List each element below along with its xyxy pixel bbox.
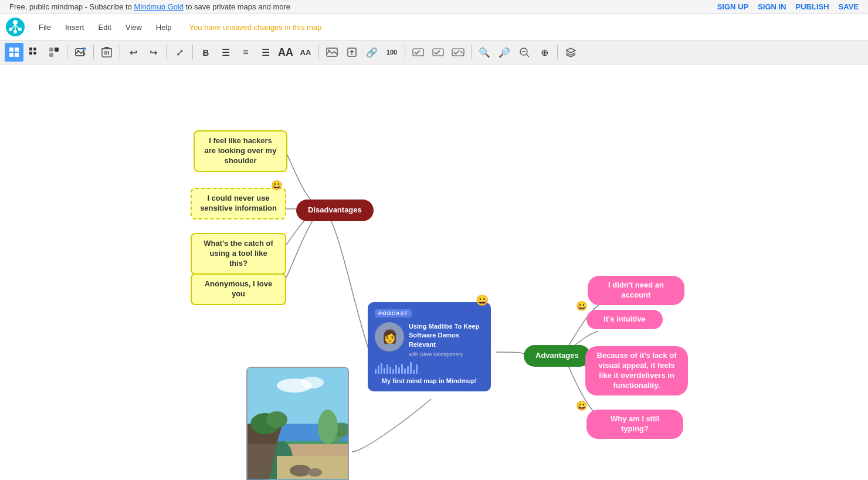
svg-rect-13 xyxy=(33,48,36,50)
emoji-podcast: 😀 xyxy=(476,294,489,307)
svg-rect-8 xyxy=(9,48,13,52)
menu-insert[interactable]: Insert xyxy=(59,21,90,34)
toolbar: + ↩ ↪ ⤢ B ☰ ≡ ☰ AA AA 🔗 100 🔍 🔎 ⊕ xyxy=(0,40,868,65)
podcast-badge: PODCAST xyxy=(375,309,412,317)
save-button[interactable]: SAVE xyxy=(839,2,859,11)
podcast-caption: My first mind map in Mindmup! xyxy=(375,377,484,384)
search-btn[interactable]: 🔍 xyxy=(475,43,494,62)
layout-btn-1[interactable] xyxy=(5,43,23,62)
mindmup-gold-link[interactable]: Mindmup Gold xyxy=(134,2,184,11)
svg-point-47 xyxy=(266,411,287,428)
sep-1 xyxy=(67,45,67,59)
podcast-card[interactable]: 😀 PODCAST 👩 Using Madlibs To Keep Softwa… xyxy=(368,302,491,391)
svg-rect-9 xyxy=(15,48,19,52)
svg-rect-18 xyxy=(49,53,53,57)
sign-up-button[interactable]: SIGN UP xyxy=(717,2,748,11)
banner-text2: to save private maps and more xyxy=(186,2,290,11)
image-btn[interactable] xyxy=(323,43,341,62)
menu-view[interactable]: View xyxy=(120,21,148,34)
svg-point-1 xyxy=(13,20,18,25)
zoom-out-btn[interactable] xyxy=(515,43,534,62)
no-account-node[interactable]: I didn't need an account xyxy=(588,276,684,305)
number-btn[interactable]: 100 xyxy=(382,43,401,62)
advantages-node[interactable]: Advantages xyxy=(524,345,591,367)
menu-file[interactable]: File xyxy=(33,21,57,34)
disadvantages-node[interactable]: Disadvantages xyxy=(296,200,374,221)
podcast-waveform xyxy=(375,362,484,374)
svg-point-52 xyxy=(290,465,311,476)
redo-btn[interactable]: ↪ xyxy=(144,43,162,62)
intuitive-node[interactable]: It's intuitive xyxy=(586,310,663,329)
svg-line-36 xyxy=(460,51,463,53)
typing-node[interactable]: Why am I still typing? xyxy=(586,410,683,439)
sep-8 xyxy=(471,45,472,59)
banner-text: Free, public mindmap - Subscribe to xyxy=(9,2,134,11)
svg-rect-12 xyxy=(29,48,32,50)
align-right-btn[interactable]: ☰ xyxy=(256,43,275,62)
add-image-btn[interactable]: + xyxy=(71,43,90,62)
export-btn[interactable] xyxy=(343,43,361,62)
sep-2 xyxy=(93,45,94,59)
sensitive-node[interactable]: 😀 I could never use sensitive informatio… xyxy=(191,188,286,219)
svg-rect-17 xyxy=(55,48,59,52)
link-btn[interactable]: 🔗 xyxy=(362,43,381,62)
sep-7 xyxy=(405,45,405,59)
menu-bar: File Insert Edit View Help You have unsa… xyxy=(0,14,868,40)
emoji-sensitive: 😀 xyxy=(271,180,283,192)
sep-5 xyxy=(192,45,193,59)
zoom-in-btn[interactable]: 🔎 xyxy=(495,43,514,62)
font-small-btn[interactable]: AA xyxy=(296,43,315,62)
sep-4 xyxy=(166,45,167,59)
photo-inner xyxy=(247,368,348,480)
layout-btn-2[interactable] xyxy=(25,43,43,62)
podcast-avatar: 👩 xyxy=(375,322,404,351)
delete-btn[interactable] xyxy=(97,43,116,62)
top-banner: Free, public mindmap - Subscribe to Mind… xyxy=(0,0,868,14)
publish-button[interactable]: PUBLISH xyxy=(796,2,829,11)
svg-point-4 xyxy=(13,30,17,33)
hackers-node[interactable]: I feel like hackers are looking over my … xyxy=(194,130,287,172)
svg-rect-11 xyxy=(15,53,19,57)
top-banner-right: SIGN UP SIGN IN PUBLISH SAVE xyxy=(717,2,859,11)
layout-btn-3[interactable] xyxy=(45,43,63,62)
emoji-intuitive: 😀 xyxy=(576,300,588,312)
menu-edit[interactable]: Edit xyxy=(92,21,117,34)
podcast-subtitle: with Dave Montgomery xyxy=(409,351,484,357)
svg-marker-45 xyxy=(247,444,277,480)
align-left-btn[interactable]: ☰ xyxy=(216,43,235,62)
check-btn-3[interactable] xyxy=(449,43,467,62)
svg-rect-14 xyxy=(29,52,32,55)
sep-3 xyxy=(120,45,120,59)
svg-rect-15 xyxy=(33,52,36,55)
svg-text:+: + xyxy=(84,48,86,51)
emoji-typing: 😀 xyxy=(576,400,588,411)
svg-point-42 xyxy=(300,377,324,388)
connections-svg xyxy=(0,65,868,480)
anonymous-node[interactable]: Anonymous, I love you xyxy=(191,273,286,305)
sign-in-button[interactable]: SIGN IN xyxy=(758,2,786,11)
overdelivers-node[interactable]: Because of it's lack of visual appeal, i… xyxy=(585,346,688,396)
font-large-btn[interactable]: AA xyxy=(276,43,295,62)
mindmup-logo xyxy=(5,16,26,38)
svg-point-51 xyxy=(333,422,349,437)
menu-help[interactable]: Help xyxy=(150,21,178,34)
align-center-btn[interactable]: ≡ xyxy=(236,43,255,62)
undo-btn[interactable]: ↩ xyxy=(124,43,143,62)
catch-node[interactable]: What's the catch of using a tool like th… xyxy=(191,233,286,275)
unsaved-message: You have unsaved changes in this map xyxy=(189,23,322,32)
layers-btn[interactable] xyxy=(561,43,580,62)
check-btn-2[interactable] xyxy=(429,43,447,62)
sep-9 xyxy=(557,45,558,59)
bold-btn[interactable]: B xyxy=(196,43,215,62)
check-btn-1[interactable] xyxy=(409,43,428,62)
svg-line-39 xyxy=(527,55,529,57)
canvas: I feel like hackers are looking over my … xyxy=(0,65,868,480)
svg-rect-16 xyxy=(49,48,53,52)
fit-btn[interactable]: ⊕ xyxy=(535,43,554,62)
photo-frame xyxy=(246,367,349,480)
podcast-title: Using Madlibs To Keep Software Demos Rel… xyxy=(409,322,484,349)
svg-point-53 xyxy=(308,468,322,476)
sep-6 xyxy=(318,45,319,59)
svg-rect-10 xyxy=(9,53,13,57)
expand-btn[interactable]: ⤢ xyxy=(170,43,189,62)
